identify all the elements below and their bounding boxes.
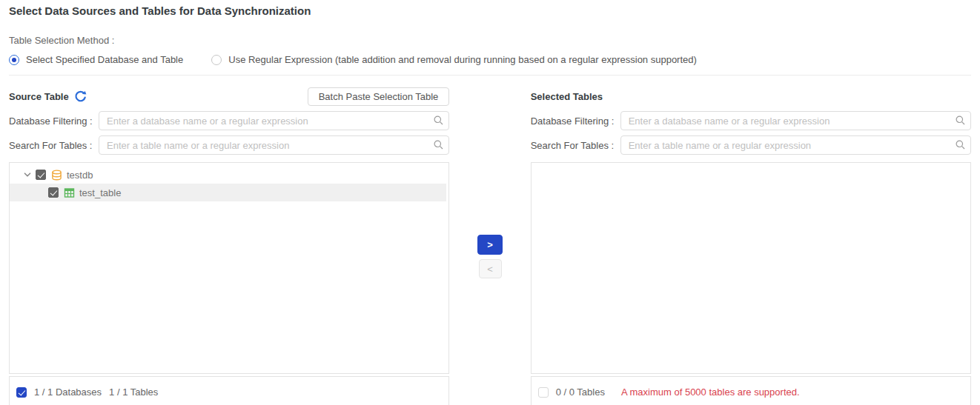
table-icon bbox=[64, 187, 75, 198]
table-checkbox[interactable] bbox=[48, 187, 59, 198]
selected-tables-list bbox=[531, 162, 971, 374]
source-panel-header: Source Table Batch Paste Selection Table bbox=[9, 87, 449, 105]
table-selection-page: Select Data Sources and Tables for Data … bbox=[0, 0, 980, 405]
selected-database-filter-input[interactable] bbox=[620, 111, 971, 130]
source-table-filter-input[interactable] bbox=[99, 135, 449, 155]
chevron-down-icon[interactable] bbox=[23, 170, 32, 179]
source-tree-panel: testdb test_ bbox=[9, 162, 449, 374]
move-right-button[interactable]: > bbox=[477, 235, 503, 255]
selected-table-filter-row: Search For Tables : bbox=[531, 135, 971, 155]
database-checkbox[interactable] bbox=[36, 170, 46, 180]
selected-panel-header: Selected Tables bbox=[531, 87, 971, 105]
refresh-icon[interactable] bbox=[74, 90, 87, 103]
source-tree: testdb test_ bbox=[10, 163, 448, 201]
source-table-filter-row: Search For Tables : bbox=[9, 135, 449, 155]
selected-database-filter-row: Database Filtering : bbox=[531, 111, 971, 130]
source-database-filter-row: Database Filtering : bbox=[9, 111, 449, 130]
transfer-layout: Source Table Batch Paste Selection Table… bbox=[9, 76, 971, 405]
source-panel: Source Table Batch Paste Selection Table… bbox=[9, 76, 449, 405]
source-footer: 1 / 1 Databases 1 / 1 Tables bbox=[9, 376, 449, 405]
search-icon bbox=[956, 116, 965, 125]
search-icon bbox=[956, 140, 965, 150]
page-title: Select Data Sources and Tables for Data … bbox=[9, 4, 971, 17]
selected-database-filter-wrap bbox=[620, 111, 971, 130]
radio-use-regex[interactable]: Use Regular Expression (table addition a… bbox=[211, 54, 697, 65]
radio-select-specified[interactable]: Select Specified Database and Table bbox=[9, 54, 183, 65]
source-tables-count: 1 / 1 Tables bbox=[109, 386, 158, 398]
source-table-filter-wrap bbox=[99, 135, 449, 155]
move-left-button[interactable]: < bbox=[479, 259, 502, 278]
table-name[interactable]: test_table bbox=[79, 187, 121, 198]
table-selection-method-label: Table Selection Method : bbox=[9, 35, 971, 46]
max-tables-warning: A maximum of 5000 tables are supported. bbox=[621, 386, 800, 398]
source-database-filter-input[interactable] bbox=[99, 111, 449, 130]
source-panel-title: Source Table bbox=[9, 91, 69, 102]
selected-select-all-checkbox[interactable] bbox=[538, 387, 549, 398]
source-database-filter-wrap bbox=[99, 111, 449, 130]
tree-row-database[interactable]: testdb bbox=[10, 166, 448, 184]
select-all-checkbox[interactable] bbox=[16, 387, 27, 398]
selected-footer: 0 / 0 Tables A maximum of 5000 tables ar… bbox=[531, 376, 971, 405]
transfer-controls: > < bbox=[449, 76, 530, 278]
selected-table-filter-wrap bbox=[620, 135, 971, 155]
database-name[interactable]: testdb bbox=[67, 170, 93, 181]
radio-use-regex-label: Use Regular Expression (table addition a… bbox=[228, 54, 697, 65]
source-databases-count: 1 / 1 Databases bbox=[34, 386, 102, 398]
database-icon bbox=[51, 170, 62, 181]
table-selection-method-group: Select Specified Database and Table Use … bbox=[9, 54, 971, 76]
source-panel-title-wrap: Source Table bbox=[9, 90, 87, 103]
selected-table-filter-input[interactable] bbox=[620, 135, 971, 155]
selected-panel-title: Selected Tables bbox=[531, 91, 603, 102]
radio-select-specified-label: Select Specified Database and Table bbox=[26, 54, 183, 65]
radio-selected-icon[interactable] bbox=[9, 55, 19, 65]
tree-row-table[interactable]: test_table bbox=[10, 184, 446, 201]
selected-panel-title-wrap: Selected Tables bbox=[531, 91, 603, 102]
source-table-filter-label: Search For Tables : bbox=[9, 140, 99, 151]
selected-panel: Selected Tables Database Filtering : Sea… bbox=[531, 76, 971, 405]
selected-database-filter-label: Database Filtering : bbox=[531, 116, 620, 127]
search-icon bbox=[434, 140, 443, 150]
batch-paste-selection-table-button[interactable]: Batch Paste Selection Table bbox=[308, 87, 450, 106]
search-icon bbox=[434, 116, 443, 125]
selected-table-filter-label: Search For Tables : bbox=[531, 140, 620, 151]
selected-tables-count: 0 / 0 Tables bbox=[556, 386, 605, 398]
radio-unselected-icon[interactable] bbox=[211, 55, 222, 65]
source-database-filter-label: Database Filtering : bbox=[9, 116, 99, 127]
